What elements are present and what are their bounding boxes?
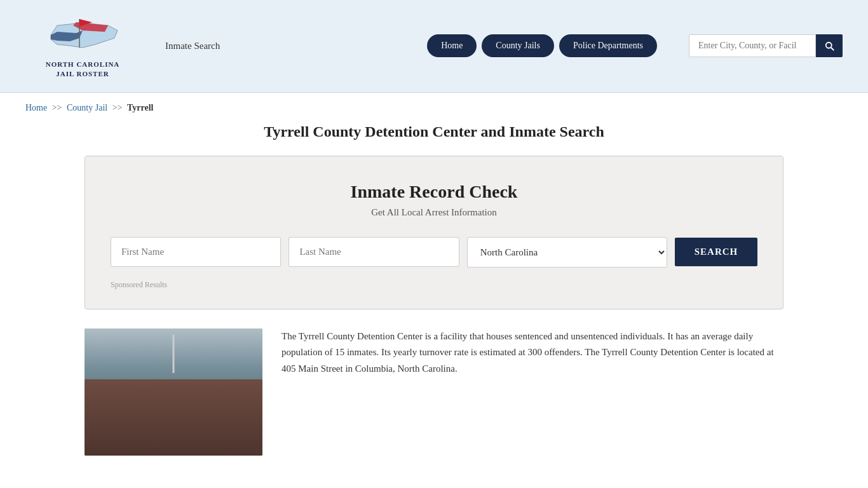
bottom-section: The Tyrrell County Detention Center is a…: [85, 329, 783, 456]
facility-image: [85, 329, 262, 456]
breadcrumb-county-jail-link[interactable]: County Jail: [67, 103, 107, 112]
breadcrumb-sep1: >>: [52, 103, 62, 112]
inmate-record-check-card: Inmate Record Check Get All Local Arrest…: [85, 156, 783, 309]
breadcrumb: Home >> County Jail >> Tyrrell: [0, 93, 868, 123]
nav-police-departments-button[interactable]: Police Departments: [559, 34, 657, 57]
logo-text: NORTH CAROLINA JAIL ROSTER: [46, 60, 120, 79]
header-search-bar: [689, 34, 843, 57]
search-card-title: Inmate Record Check: [111, 182, 757, 202]
first-name-input[interactable]: [111, 237, 281, 267]
header-search-button[interactable]: [816, 34, 843, 57]
logo-area: NORTH CAROLINA JAIL ROSTER: [25, 13, 140, 79]
search-form-row: North Carolina SEARCH: [111, 237, 757, 268]
main-content: Tyrrell County Detention Center and Inma…: [0, 123, 868, 481]
search-icon: [824, 40, 835, 51]
nav-home-button[interactable]: Home: [427, 34, 477, 57]
main-nav: Home County Jails Police Departments: [427, 34, 657, 57]
nc-logo-icon: [44, 13, 121, 57]
last-name-input[interactable]: [288, 237, 459, 267]
search-action-button[interactable]: SEARCH: [675, 238, 757, 266]
breadcrumb-home-link[interactable]: Home: [25, 103, 47, 112]
header: NORTH CAROLINA JAIL ROSTER Inmate Search…: [0, 0, 868, 93]
page-title: Tyrrell County Detention Center and Inma…: [25, 123, 843, 140]
state-select[interactable]: North Carolina: [467, 237, 667, 268]
breadcrumb-current: Tyrrell: [127, 103, 153, 112]
search-card-subtitle: Get All Local Arrest Information: [111, 207, 757, 218]
header-search-input[interactable]: [689, 34, 816, 57]
breadcrumb-sep2: >>: [112, 103, 123, 112]
inmate-search-link[interactable]: Inmate Search: [165, 41, 220, 51]
facility-image-inner: [85, 329, 262, 456]
sponsored-label: Sponsored Results: [111, 280, 757, 290]
nav-county-jails-button[interactable]: County Jails: [482, 34, 554, 57]
facility-description: The Tyrrell County Detention Center is a…: [281, 329, 783, 377]
